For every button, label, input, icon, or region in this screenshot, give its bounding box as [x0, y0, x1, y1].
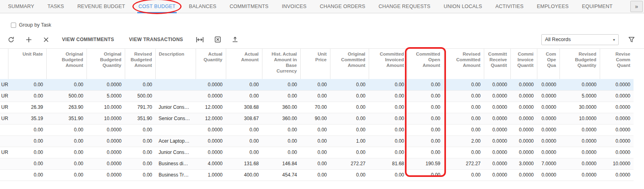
cell-revised-budgeted-quantity[interactable]: 0.0000 — [559, 124, 600, 135]
cell-original-budgeted-amount[interactable]: 263.90 — [46, 102, 87, 113]
upload-button[interactable] — [229, 35, 241, 44]
cell-committed-open-amount[interactable]: 0.00 — [407, 79, 444, 90]
cell-committed-invoiced-quantity[interactable]: 3.0000 — [510, 158, 537, 169]
cell-revised-budgeted-quantity[interactable]: 0.0000 — [559, 135, 600, 147]
cell-description[interactable]: Business di… — [155, 158, 196, 169]
cell-uom[interactable]: UR — [0, 113, 8, 124]
cell-revised-committed-quantity[interactable]: 0.0000 — [600, 90, 634, 102]
column-header-original-budgeted-amount[interactable]: OriginalBudgetedAmount — [46, 49, 87, 79]
cell-revised-committed-quantity[interactable]: 0.0000 — [600, 79, 634, 90]
cell-revised-budgeted-quantity[interactable]: 30.0000 — [559, 102, 600, 113]
cell-committed-open-amount[interactable]: 0.00 — [407, 124, 444, 135]
cell-revised-budgeted-amount[interactable]: 0.00 — [125, 169, 155, 181]
cell-revised-budgeted-amount[interactable]: 0.00 — [125, 158, 155, 169]
cell-committed-open-amount[interactable]: 0.00 — [407, 147, 444, 158]
cell-revised-budgeted-amount[interactable]: 791.70 — [125, 102, 155, 113]
cell-unit-price[interactable]: 70.00 — [300, 102, 330, 113]
column-header-committed-received-quantity[interactable]: CommittReceiveQuantit — [484, 49, 510, 79]
column-header-actual-amount[interactable]: ActualAmount — [226, 49, 262, 79]
cell-committed-open-amount[interactable]: 0.00 — [407, 169, 444, 181]
cell-original-budgeted-quantity[interactable]: 0.0000 — [87, 169, 125, 181]
grid-row-2[interactable]: UR0.00500.005.0000500.000.00000.000.000.… — [0, 90, 634, 102]
tab-cost-budget[interactable]: COST BUDGET — [138, 0, 175, 13]
records-filter-select[interactable]: All Records ▾ — [541, 34, 619, 45]
cell-description[interactable]: Junior Cons… — [155, 102, 196, 113]
cell-description[interactable]: Business Tr… — [155, 169, 196, 181]
cell-original-budgeted-quantity[interactable]: 10.0000 — [87, 102, 125, 113]
cell-committed-invoiced-amount[interactable]: 0.00 — [369, 169, 407, 181]
cell-committed-invoiced-quantity[interactable]: 0.0000 — [510, 113, 537, 124]
group-by-task-option[interactable]: Group by Task — [11, 22, 51, 28]
cell-actual-quantity[interactable]: 1.0000 — [196, 169, 226, 181]
cell-committed-received-quantity[interactable]: 0.0000 — [484, 169, 510, 181]
cell-unit-rate[interactable]: 0.00 — [8, 147, 46, 158]
view-commitments-button[interactable]: VIEW COMMITMENTS — [57, 34, 119, 45]
cell-description[interactable] — [155, 90, 196, 102]
cell-committed-open-quantity[interactable]: 0.0000 — [537, 135, 559, 147]
cell-revised-committed-amount[interactable]: 2.00 — [444, 135, 484, 147]
cell-actual-amount[interactable]: 0.00 — [226, 135, 262, 147]
cell-unit-rate[interactable]: 0.00 — [8, 124, 46, 135]
cell-revised-budgeted-amount[interactable]: 351.90 — [125, 113, 155, 124]
cell-unit-rate[interactable]: 0.00 — [8, 169, 46, 181]
cell-revised-budgeted-quantity[interactable]: 10.0000 — [559, 113, 600, 124]
cell-revised-budgeted-amount[interactable]: 0.00 — [125, 135, 155, 147]
cell-unit-price[interactable]: 0.00 — [300, 124, 330, 135]
cell-revised-committed-quantity[interactable]: 0.0000 — [600, 135, 634, 147]
cell-actual-amount[interactable]: 400.00 — [226, 169, 262, 181]
cell-committed-open-quantity[interactable]: 0.0000 — [537, 147, 559, 158]
cell-original-committed-amount[interactable]: 0.00 — [330, 113, 369, 124]
grid-row-3[interactable]: UR26.39263.9010.0000791.70Junior Cons…12… — [0, 102, 634, 113]
cell-description[interactable]: Junior Cons… — [155, 147, 196, 158]
tab-revenue-budget[interactable]: REVENUE BUDGET — [77, 0, 125, 13]
cell-description[interactable] — [155, 79, 196, 90]
cell-actual-quantity[interactable]: 0.0000 — [196, 90, 226, 102]
cell-actual-amount[interactable]: 131.68 — [226, 158, 262, 169]
group-by-task-checkbox[interactable] — [11, 23, 16, 28]
cell-unit-rate[interactable]: 26.39 — [8, 102, 46, 113]
cell-actual-quantity[interactable]: 12.0000 — [196, 113, 226, 124]
cell-committed-received-quantity[interactable]: 0.0000 — [484, 135, 510, 147]
column-header-unit-price[interactable]: UnitPrice — [300, 49, 330, 79]
column-header-description[interactable]: Description — [155, 49, 196, 79]
cell-revised-committed-amount[interactable]: 0.00 — [444, 102, 484, 113]
cell-hist-actual-amount-in-base-currency[interactable]: 360.00 — [262, 102, 300, 113]
cell-original-committed-amount[interactable]: 1.00 — [330, 135, 369, 147]
cell-revised-committed-quantity[interactable]: 0.0000 — [600, 113, 634, 124]
view-transactions-button[interactable]: VIEW TRANSACTIONS — [124, 34, 188, 45]
cell-hist-actual-amount-in-base-currency[interactable]: 0.00 — [262, 124, 300, 135]
cell-revised-committed-amount[interactable]: 0.00 — [444, 124, 484, 135]
cell-committed-invoiced-amount[interactable]: 0.00 — [369, 90, 407, 102]
cell-revised-committed-amount[interactable]: 0.00 — [444, 147, 484, 158]
cell-actual-quantity[interactable]: 12.0000 — [196, 102, 226, 113]
grid-row-8[interactable]: 0.000.000.00000.00Business di…4.0000131.… — [0, 158, 634, 169]
cell-uom[interactable]: UR — [0, 147, 8, 158]
delete-row-button[interactable] — [40, 35, 52, 44]
tab-change-requests[interactable]: CHANGE REQUESTS — [379, 0, 431, 13]
cell-actual-amount[interactable]: 0.00 — [226, 79, 262, 90]
cell-original-budgeted-quantity[interactable]: 0.0000 — [87, 147, 125, 158]
cell-original-budgeted-amount[interactable]: 0.00 — [46, 135, 87, 147]
cell-revised-budgeted-amount[interactable]: 0.00 — [125, 79, 155, 90]
cell-description[interactable]: Acer Laptop… — [155, 135, 196, 147]
tab-employees[interactable]: EMPLOYEES — [537, 0, 569, 13]
cell-uom[interactable]: UR — [0, 79, 8, 90]
cell-revised-committed-amount[interactable]: 0.00 — [444, 113, 484, 124]
cell-uom[interactable] — [0, 124, 8, 135]
cell-committed-invoiced-amount[interactable]: 0.00 — [369, 113, 407, 124]
grid-row-1[interactable]: UR0.000.000.00000.000.00000.000.000.000.… — [0, 79, 634, 90]
grid-row-7[interactable]: UR0.000.000.00000.00Junior Cons…0.00000.… — [0, 147, 634, 158]
cell-uom[interactable]: UR — [0, 102, 8, 113]
cell-revised-committed-amount[interactable]: 0.00 — [444, 79, 484, 90]
cell-revised-committed-quantity[interactable]: 0.0000 — [600, 169, 634, 181]
cell-committed-received-quantity[interactable]: 0.0000 — [484, 90, 510, 102]
grid-row-4[interactable]: UR35.19351.9010.0000351.90Senior Cons…12… — [0, 113, 634, 124]
cell-actual-amount[interactable]: 308.67 — [226, 113, 262, 124]
cell-unit-rate[interactable]: 0.00 — [8, 90, 46, 102]
column-header-committed-invoiced-amount[interactable]: CommittedInvoicedAmount — [369, 49, 407, 79]
tab-commitments[interactable]: COMMITMENTS — [230, 0, 269, 13]
cell-original-budgeted-amount[interactable]: 0.00 — [46, 124, 87, 135]
cell-hist-actual-amount-in-base-currency[interactable]: 360.00 — [262, 113, 300, 124]
cell-committed-open-amount[interactable]: 0.00 — [407, 90, 444, 102]
cell-committed-invoiced-amount[interactable]: 81.68 — [369, 158, 407, 169]
